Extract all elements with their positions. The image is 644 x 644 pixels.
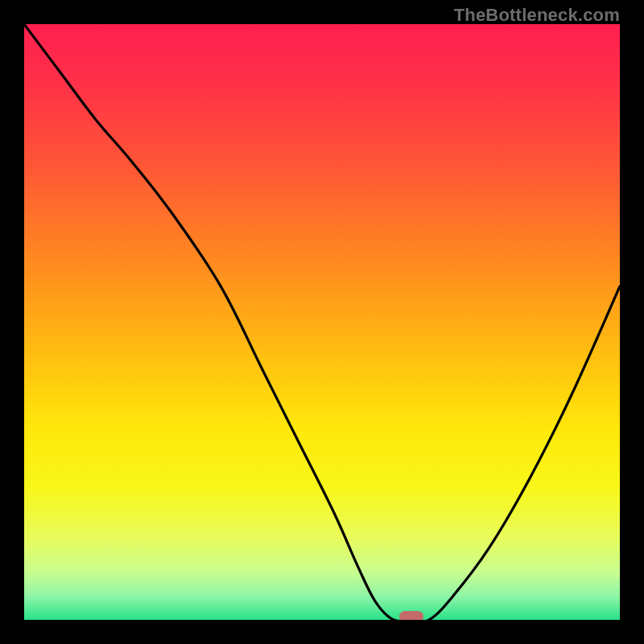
watermark-text: TheBottleneck.com (454, 5, 620, 26)
bottleneck-curve-path (24, 24, 620, 620)
chart-frame: TheBottleneck.com (0, 0, 644, 644)
optimal-marker (399, 611, 423, 620)
curve-layer (24, 24, 620, 620)
plot-area (24, 24, 620, 620)
